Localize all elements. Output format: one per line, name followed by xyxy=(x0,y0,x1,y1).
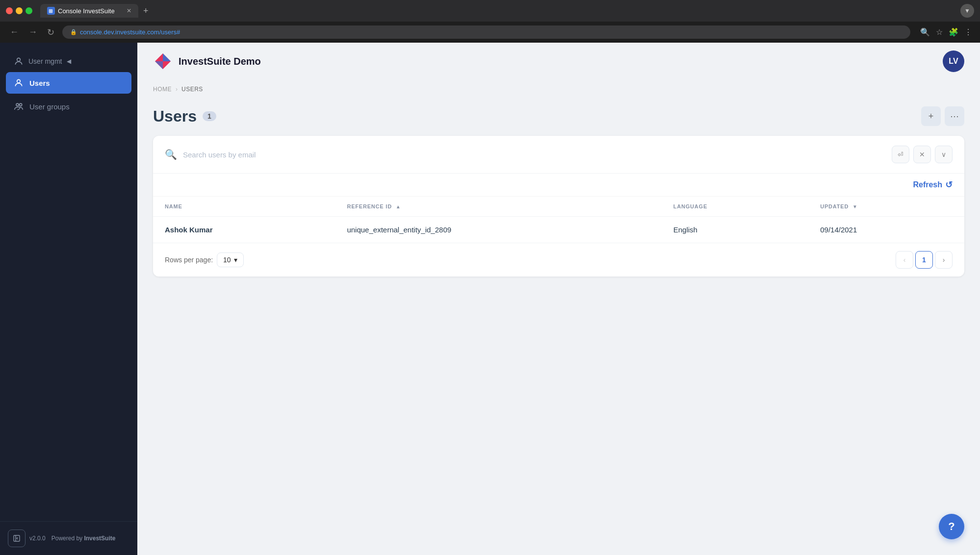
sidebar: User mgmt ◀ Users User groups xyxy=(0,43,137,555)
bookmark-button[interactable]: ☆ xyxy=(936,27,943,37)
table-card: 🔍 ⏎ ✕ ∨ Refresh ↺ xyxy=(153,136,964,277)
svg-point-3 xyxy=(17,79,21,83)
sidebar-user-groups-label: User groups xyxy=(29,102,70,111)
page-content: Users 1 + ⋯ 🔍 ⏎ ✕ ∨ xyxy=(137,99,980,555)
collapse-panel-icon xyxy=(13,534,21,542)
svg-point-5 xyxy=(20,103,22,106)
search-clear-button[interactable]: ✕ xyxy=(913,146,931,163)
page-title-row: Users 1 xyxy=(153,107,216,126)
app-logo-icon xyxy=(153,51,173,71)
refresh-row: Refresh ↺ xyxy=(153,174,964,197)
cell-updated: 09/14/2021 xyxy=(808,217,964,243)
add-user-button[interactable]: + xyxy=(921,106,941,126)
breadcrumb-home[interactable]: HOME xyxy=(153,86,172,93)
svg-point-4 xyxy=(16,103,19,106)
breadcrumb-separator: › xyxy=(176,86,178,93)
updated-sort-icon: ▼ xyxy=(852,204,858,209)
breadcrumb-current: USERS xyxy=(181,86,203,93)
users-icon xyxy=(14,78,24,88)
maximize-traffic-light[interactable] xyxy=(26,7,32,14)
active-tab[interactable]: ⊞ Console InvestSuite ✕ xyxy=(40,4,138,18)
traffic-lights xyxy=(6,7,32,14)
browser-chrome: ⊞ Console InvestSuite ✕ + ▼ xyxy=(0,0,980,22)
cell-name: Ashok Kumar xyxy=(153,217,335,243)
refresh-icon: ↺ xyxy=(945,179,953,190)
rows-select-chevron-icon: ▾ xyxy=(234,256,237,264)
close-traffic-light[interactable] xyxy=(6,7,13,14)
sidebar-footer: v2.0.0 Powered by InvestSuite xyxy=(0,521,137,555)
sidebar-section-title: User mgmt xyxy=(28,57,62,65)
search-actions: ⏎ ✕ ∨ xyxy=(892,146,953,163)
sidebar-collapse-icon: ◀ xyxy=(67,58,71,65)
reload-button[interactable]: ↻ xyxy=(45,26,56,39)
sidebar-item-users[interactable]: Users xyxy=(6,72,131,94)
pagination-row: Rows per page: 10 ▾ ‹ 1 › xyxy=(153,243,964,277)
rows-per-page-label: Rows per page: xyxy=(165,256,213,264)
app-header: InvestSuite Demo LV xyxy=(137,43,980,80)
svg-marker-9 xyxy=(163,53,171,61)
minimize-traffic-light[interactable] xyxy=(16,7,23,14)
collapse-sidebar-button[interactable] xyxy=(8,530,26,547)
app-title: InvestSuite Demo xyxy=(179,56,261,67)
rows-per-page: Rows per page: 10 ▾ xyxy=(165,252,244,267)
svg-marker-10 xyxy=(155,61,163,69)
back-button[interactable]: ← xyxy=(8,26,21,38)
search-enter-button[interactable]: ⏎ xyxy=(892,146,909,163)
browser-actions: 🔍 ☆ 🧩 ⋮ xyxy=(920,27,972,37)
powered-by-text: Powered by InvestSuite xyxy=(52,535,116,542)
sidebar-section-header[interactable]: User mgmt ◀ xyxy=(6,50,131,72)
browser-profile-button[interactable]: ▼ xyxy=(960,4,974,18)
tab-favicon: ⊞ xyxy=(47,7,55,15)
main-content: InvestSuite Demo LV HOME › USERS Users 1… xyxy=(137,43,980,555)
menu-button[interactable]: ⋮ xyxy=(964,27,972,37)
user-mgmt-icon xyxy=(14,56,24,66)
address-bar: ← → ↻ 🔒 console.dev.investsuite.com/user… xyxy=(0,22,980,43)
more-options-button[interactable]: ⋯ xyxy=(945,106,964,126)
search-bar: 🔍 ⏎ ✕ ∨ xyxy=(153,136,964,174)
address-text: console.dev.investsuite.com/users# xyxy=(80,28,180,36)
users-count-badge: 1 xyxy=(203,111,216,121)
app-logo: InvestSuite Demo xyxy=(153,51,943,71)
page-title: Users xyxy=(153,107,197,126)
header-avatar[interactable]: LV xyxy=(943,50,964,72)
col-updated[interactable]: UPDATED ▼ xyxy=(808,197,964,217)
tab-title: Console InvestSuite xyxy=(58,7,115,15)
help-fab-button[interactable]: ? xyxy=(939,514,964,539)
reference-id-sort-icon: ▲ xyxy=(396,204,401,209)
col-name: NAME xyxy=(153,197,335,217)
app-layout: User mgmt ◀ Users User groups xyxy=(0,43,980,555)
rows-per-page-select[interactable]: 10 ▾ xyxy=(217,252,244,267)
header-actions: + ⋯ xyxy=(921,106,964,126)
col-language: LANGUAGE xyxy=(662,197,809,217)
page-1-button[interactable]: 1 xyxy=(915,251,933,269)
sidebar-item-user-groups[interactable]: User groups xyxy=(6,96,131,117)
refresh-label: Refresh xyxy=(913,180,942,189)
sidebar-nav: User mgmt ◀ Users User groups xyxy=(0,43,137,521)
extensions-button[interactable]: 🧩 xyxy=(949,27,958,37)
new-tab-button[interactable]: + xyxy=(140,6,152,16)
search-browser-button[interactable]: 🔍 xyxy=(920,27,930,37)
version-text: v2.0.0 xyxy=(29,535,46,542)
page-header: Users 1 + ⋯ xyxy=(153,106,964,126)
svg-point-2 xyxy=(17,58,21,61)
user-groups-icon xyxy=(14,101,24,111)
table-row[interactable]: Ashok Kumar unique_external_entity_id_28… xyxy=(153,217,964,243)
cell-language: English xyxy=(662,217,809,243)
breadcrumb: HOME › USERS xyxy=(137,80,980,99)
users-table: NAME REFERENCE ID ▲ LANGUAGE UPDATED xyxy=(153,197,964,243)
address-input[interactable]: 🔒 console.dev.investsuite.com/users# xyxy=(62,25,910,39)
search-expand-button[interactable]: ∨ xyxy=(935,146,953,163)
refresh-button[interactable]: Refresh ↺ xyxy=(913,179,953,190)
browser-tabs: ⊞ Console InvestSuite ✕ + xyxy=(40,4,152,18)
lock-icon: 🔒 xyxy=(70,29,77,35)
sidebar-users-label: Users xyxy=(29,79,50,87)
search-input[interactable] xyxy=(183,151,886,159)
search-icon: 🔍 xyxy=(165,149,177,160)
tab-close-button[interactable]: ✕ xyxy=(127,7,131,14)
prev-page-button[interactable]: ‹ xyxy=(896,251,913,269)
forward-button[interactable]: → xyxy=(26,26,39,38)
next-page-button[interactable]: › xyxy=(935,251,953,269)
col-reference-id[interactable]: REFERENCE ID ▲ xyxy=(335,197,661,217)
svg-text:⊞: ⊞ xyxy=(49,8,52,14)
page-controls: ‹ 1 › xyxy=(896,251,953,269)
